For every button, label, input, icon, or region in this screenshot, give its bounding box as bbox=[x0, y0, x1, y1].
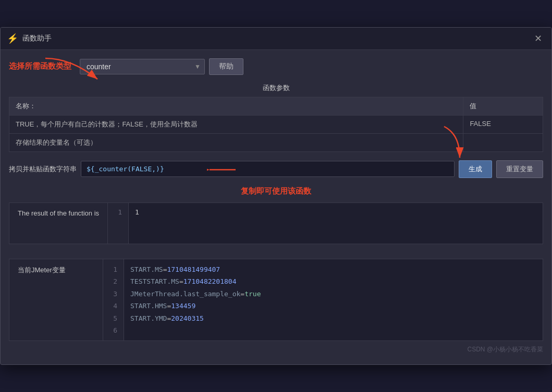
var-values: START.MS=1710481499407 TESTSTART.MS=1710… bbox=[124, 259, 543, 340]
col-name-header: 名称： bbox=[9, 97, 463, 115]
dialog-title: 函数助手 bbox=[22, 34, 52, 43]
var-value: 1710481499407 bbox=[167, 265, 220, 273]
line-number bbox=[114, 218, 122, 229]
dialog-window: ⚡ 函数助手 ✕ 选择所需函数类型 counter __time __Rando… bbox=[0, 27, 552, 365]
var-key: TESTSTART.MS bbox=[130, 277, 179, 285]
variables-content: 1 2 3 4 5 6 START.MS=1710481499407 TESTS… bbox=[103, 259, 543, 340]
app-icon: ⚡ bbox=[7, 33, 18, 44]
param-name-1: TRUE，每个用户有自己的计数器；FALSE，使用全局计数器 bbox=[9, 115, 463, 133]
var-key: START.MS bbox=[130, 265, 163, 273]
line-number: 5 bbox=[109, 312, 117, 324]
result-label: The result of the function is bbox=[9, 203, 108, 244]
help-button[interactable]: 帮助 bbox=[209, 58, 243, 75]
table-row: 存储结果的变量名（可选） bbox=[9, 133, 543, 151]
result-section: The result of the function is 1 1 bbox=[9, 203, 543, 244]
section-title: 函数参数 bbox=[9, 83, 543, 93]
variables-section: 当前JMeter变量 1 2 3 4 5 6 START.MS=17104814… bbox=[9, 259, 543, 341]
dropdown-container: counter __time __Random __threadNum __UU… bbox=[80, 58, 243, 75]
title-bar-left: ⚡ 函数助手 bbox=[7, 33, 52, 44]
copy-label: 拷贝并粘贴函数字符串 bbox=[9, 165, 77, 174]
var-value: true bbox=[244, 290, 261, 298]
table-row: TRUE，每个用户有自己的计数器；FALSE，使用全局计数器 FALSE bbox=[9, 115, 543, 133]
line-number bbox=[114, 229, 122, 239]
function-type-annotation: 选择所需函数类型 bbox=[9, 61, 71, 71]
var-equals: = bbox=[179, 277, 183, 285]
dialog-body: 选择所需函数类型 counter __time __Random __threa… bbox=[1, 50, 551, 365]
reset-button[interactable]: 重置变量 bbox=[496, 160, 543, 178]
copy-annotation: 复制即可使用该函数 bbox=[9, 186, 543, 196]
line-number: 4 bbox=[109, 300, 117, 312]
copy-row: 拷贝并粘贴函数字符串 生 bbox=[9, 160, 543, 178]
var-value: 20240315 bbox=[171, 314, 204, 322]
generate-button[interactable]: 生成 bbox=[459, 160, 492, 178]
watermark: CSDN @小杨小杨不吃香菜 bbox=[9, 341, 543, 356]
result-values: 1 bbox=[129, 203, 543, 244]
list-item: TESTSTART.MS=1710482201804 bbox=[130, 275, 536, 287]
title-bar: ⚡ 函数助手 ✕ bbox=[1, 28, 551, 50]
col-value-header: 值 bbox=[463, 97, 543, 115]
result-line-numbers: 1 bbox=[108, 203, 129, 244]
function-type-select[interactable]: counter __time __Random __threadNum __UU… bbox=[80, 59, 205, 74]
var-value: 134459 bbox=[171, 302, 195, 310]
line-number: 6 bbox=[109, 324, 117, 336]
line-number: 1 bbox=[114, 207, 122, 218]
list-item bbox=[130, 324, 536, 336]
param-value-2[interactable] bbox=[463, 133, 543, 151]
close-button[interactable]: ✕ bbox=[531, 32, 545, 45]
var-equals: = bbox=[240, 290, 244, 298]
result-content: 1 1 bbox=[108, 203, 543, 244]
copy-input[interactable] bbox=[81, 161, 455, 177]
var-line-numbers: 1 2 3 4 5 6 bbox=[103, 259, 124, 340]
var-key: JMeterThread.last_sample_ok bbox=[130, 290, 240, 298]
param-name-2: 存储结果的变量名（可选） bbox=[9, 133, 463, 151]
var-key: START.HMS bbox=[130, 302, 167, 310]
line-number: 3 bbox=[109, 288, 117, 300]
param-value-1[interactable]: FALSE bbox=[463, 115, 543, 133]
params-table: 名称： 值 TRUE，每个用户有自己的计数器；FALSE，使用全局计数器 FAL… bbox=[9, 97, 543, 152]
list-item: START.HMS=134459 bbox=[130, 300, 536, 312]
top-row: 选择所需函数类型 counter __time __Random __threa… bbox=[9, 58, 543, 75]
list-item: START.YMD=20240315 bbox=[130, 312, 536, 324]
variables-label: 当前JMeter变量 bbox=[9, 259, 103, 340]
list-item: JMeterThread.last_sample_ok=true bbox=[130, 288, 536, 300]
line-number: 2 bbox=[109, 275, 117, 287]
list-item: START.MS=1710481499407 bbox=[130, 263, 536, 275]
result-value: 1 bbox=[135, 207, 536, 218]
dropdown-wrapper: counter __time __Random __threadNum __UU… bbox=[80, 59, 205, 74]
var-value: 1710482201804 bbox=[183, 277, 237, 285]
var-key: START.YMD bbox=[130, 314, 167, 322]
line-number: 1 bbox=[109, 263, 117, 275]
